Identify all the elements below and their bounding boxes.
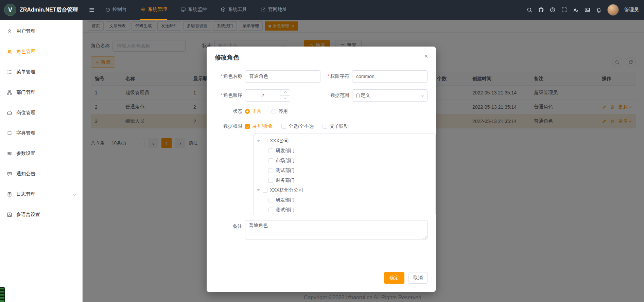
role-key-input[interactable] — [352, 70, 428, 83]
layout-size-button[interactable] — [584, 7, 590, 13]
sidebar-item-label: 岗位管理 — [16, 110, 35, 116]
data-scope-select[interactable]: 自定义 — [352, 89, 428, 102]
github-button[interactable] — [538, 7, 544, 13]
tree-node-dept[interactable]: 财务部门 — [254, 175, 435, 185]
notifications-button[interactable] — [596, 7, 602, 13]
checkbox-icon[interactable] — [268, 158, 273, 163]
sidebar-item-label: 多语言设置 — [16, 212, 40, 218]
tree-node-branch-company[interactable]: XXX杭州分公司 — [254, 185, 435, 195]
users-icon — [7, 49, 12, 54]
checkbox-label: 全选/全不选 — [289, 123, 314, 129]
role-sort-value: 2 — [245, 90, 280, 101]
checkbox-icon[interactable] — [268, 168, 273, 173]
tree-node-dept[interactable]: 测试部门 — [254, 165, 435, 175]
sidebar-item-dept-mgmt[interactable]: 部门管理 — [0, 82, 82, 103]
logo-area[interactable]: V ZRAdmin.NET后台管理 — [0, 4, 83, 16]
remark-textarea[interactable]: 普通角色 — [245, 220, 428, 239]
sidebar-item-user-mgmt[interactable]: 用户管理 — [0, 21, 82, 41]
sidebar-item-role-mgmt[interactable]: 角色管理 — [0, 41, 82, 62]
tree-node-dept[interactable]: 研发部门 — [254, 146, 435, 156]
sidebar-item-log-mgmt[interactable]: 日志管理 — [0, 184, 82, 205]
external-link-icon — [261, 7, 266, 12]
sidebar-item-label: 参数设置 — [16, 150, 35, 157]
fullscreen-button[interactable] — [561, 7, 567, 13]
checkbox-icon[interactable] — [268, 208, 273, 212]
dialog-close-button[interactable]: × — [424, 53, 428, 59]
topnav-system-mgmt[interactable]: 系统管理 — [140, 0, 167, 20]
help-button[interactable] — [550, 7, 556, 13]
chat-bubble-icon — [7, 171, 12, 177]
app-title: ZRAdmin.NET后台管理 — [20, 6, 78, 14]
caret-down-icon[interactable] — [257, 140, 260, 144]
sidebar-item-i18n-settings[interactable]: 多语言设置 — [0, 205, 82, 225]
tree-node-dept[interactable]: 研发部门 — [254, 195, 435, 205]
caret-down-icon[interactable] — [257, 189, 260, 193]
stepper-up-button[interactable] — [280, 90, 290, 96]
stepper-down-button[interactable] — [280, 96, 290, 102]
resize-grip-icon[interactable] — [423, 235, 427, 239]
checkbox-icon — [323, 124, 327, 129]
topnav-official-site[interactable]: 官网地址 — [261, 0, 287, 20]
user-avatar[interactable] — [607, 4, 619, 16]
username[interactable]: 管理员 — [624, 7, 639, 13]
expand-collapse-checkbox[interactable]: 展开/折叠 — [245, 123, 273, 129]
data-scope-label: 数据范围 — [320, 92, 352, 99]
sidebar-item-label: 角色管理 — [16, 49, 35, 55]
search-button[interactable] — [526, 7, 533, 13]
sidebar-item-menu-mgmt[interactable]: 菜单管理 — [0, 62, 82, 82]
radio-label: 停用 — [278, 108, 288, 114]
sidebar-item-label: 用户管理 — [16, 28, 35, 34]
tree-node-company[interactable]: XXX公司 — [254, 136, 435, 146]
sidebar: 用户管理 角色管理 菜单管理 部门管理 岗位管理 字典管理 参数设置 通知公告 … — [0, 20, 83, 302]
parent-child-link-checkbox[interactable]: 父子联动 — [323, 123, 349, 129]
cancel-button[interactable]: 取消 — [408, 272, 428, 284]
tree-node-label: 测试部门 — [276, 167, 295, 174]
monitor-icon — [180, 7, 186, 12]
taskbar-fragment — [0, 287, 5, 302]
checkbox-icon[interactable] — [268, 178, 273, 183]
checkbox-label: 展开/折叠 — [252, 123, 273, 129]
tree-node-dept[interactable]: 测试部门 — [254, 205, 435, 215]
logo-letter: V — [8, 6, 12, 14]
topnav-label: 系统工具 — [228, 6, 247, 13]
sidebar-item-label: 菜单管理 — [16, 69, 35, 75]
role-key-label: 权限字符 — [320, 73, 352, 79]
list-icon — [7, 69, 12, 75]
role-name-input[interactable] — [245, 70, 320, 83]
checkbox-icon[interactable] — [268, 148, 273, 153]
confirm-button[interactable]: 确定 — [384, 272, 404, 284]
image-icon — [584, 7, 590, 13]
role-sort-label: 角色顺序 — [215, 92, 245, 99]
tree-node-label: 市场部门 — [276, 158, 295, 164]
close-icon: × — [424, 52, 428, 60]
topnav-label: 系统监控 — [188, 6, 207, 13]
gear-icon — [140, 7, 146, 12]
sidebar-item-param-settings[interactable]: 参数设置 — [0, 143, 82, 164]
sliders-icon — [7, 151, 12, 156]
topbar-actions: 管理员 — [526, 4, 644, 16]
checkbox-icon[interactable] — [268, 198, 273, 202]
dialog-body: 角色名称 权限字符 角色顺序 2 数据范围 自定义 状态 — [207, 61, 436, 239]
topnav-system-monitor[interactable]: 系统监控 — [180, 0, 207, 20]
sidebar-item-notice[interactable]: 通知公告 — [0, 164, 82, 184]
tree-node-dept[interactable]: 市场部门 — [254, 156, 435, 165]
topnav-system-tools[interactable]: 系统工具 — [221, 0, 247, 20]
form-row: 角色名称 权限字符 — [215, 70, 428, 83]
sidebar-item-post-mgmt[interactable]: 岗位管理 — [0, 103, 82, 123]
sidebar-toggle-button[interactable] — [89, 7, 95, 13]
user-icon — [7, 29, 12, 34]
topnav-console[interactable]: 控制台 — [105, 0, 127, 20]
checkbox-checked-icon — [245, 124, 250, 129]
hamburger-icon — [89, 7, 95, 13]
fullscreen-icon — [561, 7, 567, 13]
status-radio-normal[interactable]: 正常 — [245, 108, 262, 114]
sidebar-item-dict-mgmt[interactable]: 字典管理 — [0, 123, 82, 143]
checkbox-icon[interactable] — [263, 139, 267, 143]
checkbox-label: 父子联动 — [330, 123, 349, 129]
select-all-checkbox[interactable]: 全选/全不选 — [281, 123, 314, 129]
checkbox-icon[interactable] — [263, 188, 267, 193]
status-radio-disabled[interactable]: 停用 — [271, 108, 288, 114]
tree-node-label: 研发部门 — [276, 197, 295, 203]
role-sort-stepper[interactable]: 2 — [245, 89, 290, 102]
font-size-button[interactable] — [573, 7, 579, 13]
